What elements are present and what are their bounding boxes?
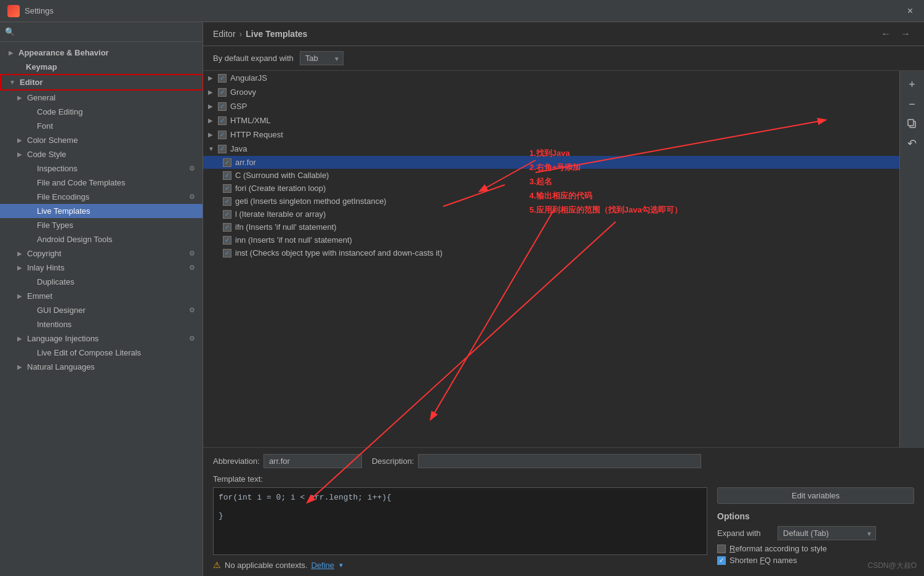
sidebar-item-color-scheme[interactable]: ▶ Color Scheme (0, 133, 203, 147)
sidebar-item-emmet[interactable]: ▶ Emmet (0, 289, 203, 303)
add-button[interactable]: + (904, 76, 921, 93)
chevron-icon: ▶ (16, 293, 23, 299)
sidebar-item-inspections[interactable]: Inspections ⚙ (0, 161, 203, 176)
group-checkbox-http-request[interactable]: ✓ (218, 131, 227, 139)
sidebar-item-file-code-templates[interactable]: File and Code Templates (0, 176, 203, 190)
sidebar-item-android-design[interactable]: Android Design Tools (0, 232, 203, 246)
sidebar-item-appearance[interactable]: ▶ Appearance & Behavior (0, 46, 203, 60)
template-group-gsp[interactable]: ▶ ✓ GSP (203, 99, 899, 113)
sidebar-item-gui-designer[interactable]: GUI Designer ⚙ (0, 303, 203, 317)
bottom-right: Edit variables Options Expand with Defau… (717, 487, 914, 570)
group-chevron-icon: ▶ (208, 89, 215, 95)
copy-button[interactable] (904, 115, 921, 132)
group-chevron-icon: ▶ (208, 103, 215, 110)
reformat-checkbox[interactable] (717, 545, 726, 553)
template-list-area: ▶ ✓ AngularJS ▶ ✓ Groovy ▶ ✓ GSP (203, 71, 924, 447)
code-editor[interactable]: for(int i = 0; i < arr.length; i++){ } (213, 487, 707, 555)
template-item-inst[interactable]: ✓ inst (Checks object type with instance… (203, 246, 899, 259)
expand-dropdown-wrap: Tab Enter Space (300, 51, 343, 65)
template-item-c-surround[interactable]: ✓ C (Surround with Callable) (203, 169, 899, 182)
define-link[interactable]: Define (311, 561, 334, 570)
item-checkbox-ifn[interactable]: ✓ (223, 223, 231, 232)
main-layout: 🔍 ▶ Appearance & Behavior Keymap ▼ Edito… (0, 22, 924, 576)
template-group-http-request[interactable]: ▶ ✓ HTTP Request (203, 128, 899, 142)
sidebar-item-live-templates[interactable]: Live Templates (0, 204, 203, 218)
close-button[interactable]: × (904, 4, 917, 18)
group-checkbox-html-xml[interactable]: ✓ (218, 116, 227, 125)
badge-icon: ⚙ (189, 306, 195, 314)
chevron-icon: ▶ (16, 264, 23, 271)
sidebar-item-file-types[interactable]: File Types (0, 218, 203, 232)
item-checkbox-geti[interactable]: ✓ (223, 197, 231, 206)
sidebar-item-copyright[interactable]: ▶ Copyright ⚙ (0, 246, 203, 261)
sidebar-item-label: Inlay Hints (27, 263, 187, 272)
sidebar-item-intentions[interactable]: Intentions (0, 317, 203, 331)
sidebar-item-label: Appearance & Behavior (18, 48, 195, 57)
sidebar: 🔍 ▶ Appearance & Behavior Keymap ▼ Edito… (0, 22, 203, 576)
item-label: arr.for (235, 158, 256, 167)
expand-with-row: Expand with Default (Tab) Tab Enter Spac… (717, 526, 914, 540)
sidebar-item-label: Android Design Tools (27, 235, 195, 244)
group-checkbox-angularjs[interactable]: ✓ (218, 74, 227, 83)
item-checkbox-l[interactable]: ✓ (223, 210, 231, 219)
sidebar-item-natural-langs[interactable]: ▶ Natural Languages (0, 360, 203, 374)
sidebar-item-duplicates[interactable]: Duplicates (0, 275, 203, 289)
item-label: fori (Create iteration loop) (235, 184, 326, 193)
undo-button[interactable]: ↶ (904, 135, 921, 152)
sidebar-item-general[interactable]: ▶ General (0, 91, 203, 105)
template-group-java[interactable]: ▼ ✓ Java (203, 142, 899, 156)
description-input[interactable] (418, 454, 701, 468)
template-group-html-xml[interactable]: ▶ ✓ HTML/XML (203, 113, 899, 128)
shorten-checkbox[interactable]: ✓ (717, 556, 726, 565)
expand-dropdown[interactable]: Tab Enter Space (300, 51, 343, 65)
template-group-groovy[interactable]: ▶ ✓ Groovy (203, 85, 899, 99)
item-checkbox-inst[interactable]: ✓ (223, 249, 231, 258)
expand-label: By default expand with (213, 54, 294, 63)
edit-variables-button[interactable]: Edit variables (717, 487, 914, 504)
template-item-l[interactable]: ✓ l (Iterate Iterable or array) (203, 208, 899, 221)
sidebar-item-label: Language Injections (27, 334, 187, 343)
group-checkbox-groovy[interactable]: ✓ (218, 88, 227, 97)
sidebar-item-code-editing[interactable]: Code Editing (0, 105, 203, 119)
badge-icon: ⚙ (189, 193, 195, 201)
group-checkbox-java[interactable]: ✓ (218, 145, 227, 153)
template-group-angularjs[interactable]: ▶ ✓ AngularJS (203, 71, 899, 85)
nav-forward-button[interactable]: → (897, 27, 914, 41)
template-item-inn[interactable]: ✓ inn (Inserts 'if not null' statement) (203, 233, 899, 246)
sidebar-item-font[interactable]: Font (0, 119, 203, 133)
sidebar-item-lang-injections[interactable]: ▶ Language Injections ⚙ (0, 331, 203, 346)
group-label: HTTP Request (230, 130, 894, 139)
item-checkbox-c[interactable]: ✓ (223, 171, 231, 180)
search-input[interactable] (18, 27, 198, 36)
shorten-label: Shorten FQ names (729, 556, 797, 565)
abbreviation-label: Abbreviation: (213, 456, 260, 466)
template-item-geti[interactable]: ✓ geti (Inserts singleton method getInst… (203, 195, 899, 208)
item-checkbox-fori[interactable]: ✓ (223, 184, 231, 193)
breadcrumb-parent: Editor (213, 29, 236, 39)
sidebar-item-inlay-hints[interactable]: ▶ Inlay Hints ⚙ (0, 261, 203, 275)
template-item-arr-for[interactable]: ✓ arr.for (203, 156, 899, 169)
group-chevron-icon: ▶ (208, 131, 215, 138)
template-item-ifn[interactable]: ✓ ifn (Inserts 'if null' statement) (203, 221, 899, 233)
sidebar-item-code-style[interactable]: ▶ Code Style (0, 147, 203, 161)
breadcrumb-separator: › (239, 29, 243, 39)
group-label: AngularJS (230, 73, 894, 83)
item-checkbox-arr-for[interactable]: ✓ (223, 158, 231, 167)
sidebar-item-file-encodings[interactable]: File Encodings ⚙ (0, 190, 203, 204)
nav-back-button[interactable]: ← (877, 27, 894, 41)
abbreviation-input[interactable] (263, 454, 362, 468)
badge-icon: ⚙ (189, 164, 195, 172)
sidebar-item-live-edit[interactable]: Live Edit of Compose Literals (0, 346, 203, 360)
item-checkbox-inn[interactable]: ✓ (223, 236, 231, 245)
svg-rect-1 (908, 120, 914, 126)
group-checkbox-gsp[interactable]: ✓ (218, 102, 227, 111)
abbreviation-group: Abbreviation: (213, 454, 362, 468)
expand-with-dropdown-wrap: Default (Tab) Tab Enter Space (777, 526, 876, 540)
template-item-fori[interactable]: ✓ fori (Create iteration loop) (203, 182, 899, 195)
sidebar-item-editor[interactable]: ▼ Editor (0, 74, 203, 91)
expand-with-dropdown[interactable]: Default (Tab) Tab Enter Space (777, 526, 876, 540)
group-label: HTML/XML (230, 116, 894, 125)
remove-button[interactable]: − (904, 95, 921, 113)
item-label: geti (Inserts singleton method getInstan… (235, 197, 387, 206)
sidebar-item-keymap[interactable]: Keymap (0, 60, 203, 74)
